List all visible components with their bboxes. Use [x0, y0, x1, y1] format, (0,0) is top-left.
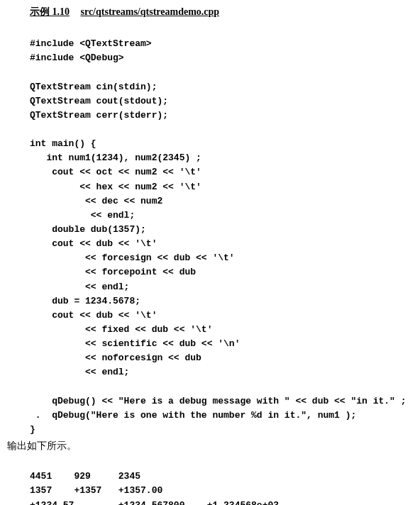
code-line: int num1(1234), num2(2345) ;	[30, 152, 201, 163]
code-line: << dec << num2	[30, 196, 162, 206]
code-line: }	[30, 424, 35, 435]
output-intro-text: 输出如下所示。	[7, 440, 417, 453]
code-line: dub = 1234.5678;	[30, 296, 140, 306]
code-line: cout << dub << '\t'	[30, 238, 157, 249]
code-line: << endl;	[30, 282, 129, 292]
code-line: QTextStream cin(stdin);	[30, 82, 157, 92]
code-line: QTextStream cerr(stderr);	[30, 110, 168, 121]
code-line: int main() {	[30, 138, 96, 149]
example-header: 示例 1.10 src/qtstreams/qtstreamdemo.cpp	[30, 6, 417, 18]
code-line: << forcepoint << dub	[30, 267, 196, 277]
program-output-block: 4451 929 2345 1357 +1357 +1357.00 +1234.…	[30, 455, 417, 505]
output-line: 4451 929 2345	[30, 471, 140, 482]
code-line: qDebug() << "Here is a debug message wit…	[30, 396, 407, 406]
code-line: cout << oct << num2 << '\t'	[30, 167, 201, 177]
code-line: << forcesign << dub << '\t'	[30, 252, 235, 263]
code-line: << noforcesign << dub	[30, 353, 201, 363]
code-line: QTextStream cout(stdout);	[30, 96, 168, 106]
code-line: . qDebug("Here is one with the number %d…	[30, 410, 356, 421]
code-line: double dub(1357);	[30, 224, 146, 235]
code-line: #include <QTextStream>	[30, 38, 152, 49]
code-line: << hex << num2 << '\t'	[30, 182, 201, 192]
source-code-block: #include <QTextStream> #include <QDebug>…	[30, 23, 417, 437]
code-line: #include <QDebug>	[30, 52, 124, 63]
code-line: << endl;	[30, 367, 129, 377]
code-line: << fixed << dub << '\t'	[30, 324, 212, 335]
code-line: << scientific << dub << '\n'	[30, 338, 240, 349]
code-line: << endl;	[30, 210, 135, 221]
code-line: cout << dub << '\t'	[30, 310, 157, 321]
output-line: +1234.57 +1234.567800 +1.234568e+03	[30, 500, 279, 506]
example-label: 示例 1.10	[30, 6, 70, 17]
file-path: src/qtstreams/qtstreamdemo.cpp	[81, 6, 220, 17]
output-line: 1357 +1357 +1357.00	[30, 485, 162, 496]
